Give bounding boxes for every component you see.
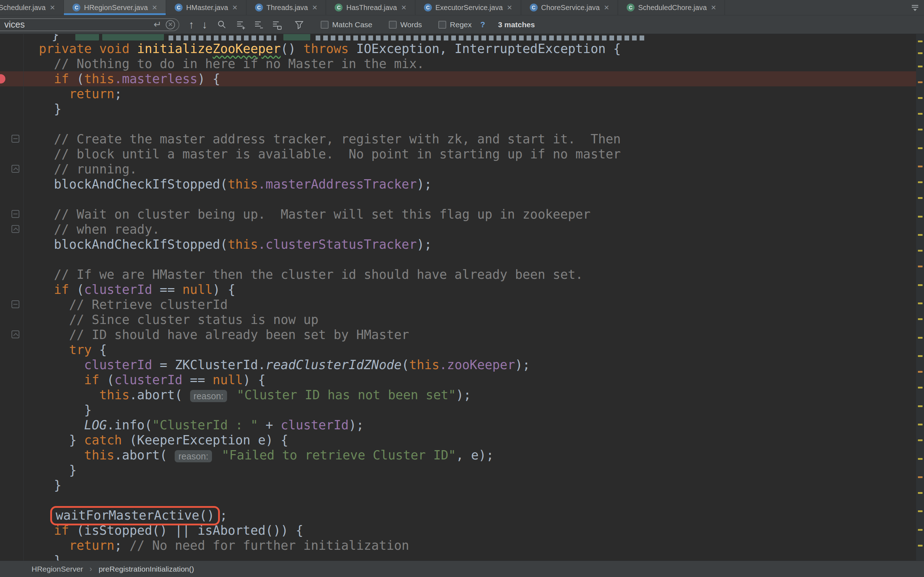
code-line: blockAndCheckIfStopped(this.clusterStatu… bbox=[24, 237, 916, 252]
error-stripe-mark[interactable] bbox=[918, 545, 922, 546]
error-stripe-mark[interactable] bbox=[918, 166, 922, 168]
code-token: } bbox=[24, 463, 77, 477]
fold-marker-end[interactable] bbox=[11, 330, 19, 338]
add-selection-occurrence-icon[interactable] bbox=[236, 20, 246, 30]
breadcrumb-class[interactable]: HRegionServer bbox=[32, 565, 83, 574]
tab-ChoreService.java[interactable]: CChoreService.java× bbox=[521, 0, 618, 15]
error-stripe-mark[interactable] bbox=[918, 476, 922, 478]
words-option[interactable]: Words bbox=[389, 21, 422, 29]
breadcrumb-method[interactable]: preRegistrationInitialization() bbox=[99, 565, 194, 574]
error-stripe-mark[interactable] bbox=[918, 129, 922, 131]
code-line: blockAndCheckIfStopped(this.masterAddres… bbox=[24, 177, 916, 192]
code-token: "Cluster ID has not been set" bbox=[237, 388, 456, 402]
code-token: clusterId bbox=[84, 282, 152, 297]
code-line: } catch (KeeperException e) { bbox=[24, 433, 916, 448]
error-stripe-mark[interactable] bbox=[918, 81, 922, 83]
code-token bbox=[24, 373, 84, 387]
error-stripe-mark[interactable] bbox=[918, 355, 922, 357]
close-tab-icon[interactable]: × bbox=[50, 3, 55, 12]
select-all-occurrences-icon[interactable] bbox=[272, 20, 282, 30]
code-token bbox=[24, 282, 54, 297]
regex-checkbox[interactable] bbox=[438, 21, 446, 29]
tab-cScheduler.java[interactable]: CcScheduler.java× bbox=[0, 0, 64, 15]
hidden-tabs-dropdown-icon[interactable] bbox=[910, 0, 920, 15]
error-stripe-mark[interactable] bbox=[918, 250, 922, 251]
fold-marker-end[interactable] bbox=[11, 165, 19, 173]
code-token bbox=[24, 418, 84, 432]
error-stripe-mark[interactable] bbox=[918, 97, 922, 99]
editor-gutter[interactable] bbox=[0, 34, 24, 561]
next-occurrence-icon[interactable]: ↓ bbox=[202, 19, 207, 30]
match-case-option[interactable]: Match Case bbox=[321, 21, 372, 29]
code-token: // ID should have already been set by HM… bbox=[69, 327, 409, 342]
code-token: "ClusterId : " bbox=[152, 418, 258, 432]
error-stripe-mark[interactable] bbox=[918, 510, 922, 512]
error-stripe-mark[interactable] bbox=[918, 266, 922, 268]
code-token: ; bbox=[115, 87, 122, 101]
error-stripe-mark[interactable] bbox=[918, 113, 922, 115]
error-stripe-mark[interactable] bbox=[918, 147, 922, 149]
tab-Threads.java[interactable]: CThreads.java× bbox=[246, 0, 326, 15]
fold-marker-start[interactable] bbox=[11, 135, 19, 143]
error-stripe-mark[interactable] bbox=[918, 181, 922, 183]
tab-HRegionServer.java[interactable]: CHRegionServer.java× bbox=[64, 0, 166, 15]
abstract-class-icon: C bbox=[627, 3, 635, 11]
error-stripe-mark[interactable] bbox=[918, 216, 922, 218]
find-all-icon[interactable] bbox=[216, 20, 227, 30]
close-tab-icon[interactable]: × bbox=[233, 3, 237, 12]
fold-marker-end[interactable] bbox=[11, 225, 19, 233]
error-stripe-mark[interactable] bbox=[918, 371, 922, 373]
code-token: this bbox=[228, 237, 258, 251]
tab-HasThread.java[interactable]: CHasThread.java× bbox=[326, 0, 415, 15]
match-case-checkbox[interactable] bbox=[321, 21, 329, 29]
previous-occurrence-icon[interactable]: ↑ bbox=[189, 19, 194, 30]
editor[interactable]: } private void initializeZooKeeper() thr… bbox=[0, 34, 924, 561]
code-token bbox=[24, 343, 69, 357]
breakpoint-icon[interactable] bbox=[0, 74, 5, 84]
tab-label: ChoreService.java bbox=[541, 3, 600, 12]
error-stripe-mark[interactable] bbox=[918, 303, 922, 304]
error-stripe-mark[interactable] bbox=[918, 387, 922, 388]
error-stripe-mark[interactable] bbox=[918, 492, 922, 494]
regex-option[interactable]: Regex bbox=[438, 21, 472, 29]
error-stripe-mark[interactable] bbox=[918, 424, 922, 425]
error-stripe-mark[interactable] bbox=[918, 458, 922, 460]
close-tab-icon[interactable]: × bbox=[312, 3, 317, 12]
filter-search-results-icon[interactable] bbox=[294, 20, 304, 30]
error-stripe-mark[interactable] bbox=[918, 405, 922, 407]
tab-ScheduledChore.java[interactable]: CScheduledChore.java× bbox=[618, 0, 725, 15]
fold-marker-start[interactable] bbox=[11, 210, 19, 218]
code-token: ; bbox=[220, 508, 228, 522]
fold-marker-start[interactable] bbox=[11, 300, 19, 308]
error-stripe-mark[interactable] bbox=[918, 52, 922, 54]
newline-icon[interactable]: ↵ bbox=[153, 19, 162, 30]
error-stripe-mark[interactable] bbox=[918, 66, 922, 68]
annotation-highlight-ring: waitForMasterActive() bbox=[50, 506, 220, 525]
code-line: } bbox=[24, 553, 916, 561]
error-stripe-mark[interactable] bbox=[918, 234, 922, 236]
code-area[interactable]: } private void initializeZooKeeper() thr… bbox=[24, 34, 916, 561]
close-tab-icon[interactable]: × bbox=[604, 3, 609, 12]
close-tab-icon[interactable]: × bbox=[507, 3, 512, 12]
error-stripe[interactable] bbox=[916, 34, 924, 561]
code-line: // Retrieve clusterId bbox=[24, 297, 916, 312]
error-stripe-mark[interactable] bbox=[918, 197, 922, 199]
tab-HMaster.java[interactable]: CHMaster.java× bbox=[166, 0, 246, 15]
close-tab-icon[interactable]: × bbox=[711, 3, 716, 12]
regex-help-icon[interactable]: ? bbox=[480, 20, 485, 29]
error-stripe-mark[interactable] bbox=[918, 318, 922, 320]
error-stripe-mark[interactable] bbox=[918, 439, 922, 441]
error-stripe-mark[interactable] bbox=[918, 40, 922, 42]
words-checkbox[interactable] bbox=[389, 21, 397, 29]
error-stripe-mark[interactable] bbox=[918, 529, 922, 531]
code-token: == bbox=[152, 282, 182, 297]
tab-ExecutorService.java[interactable]: CExecutorService.java× bbox=[415, 0, 521, 15]
search-input[interactable]: vices ↵ ✕ bbox=[0, 18, 179, 31]
error-stripe-mark[interactable] bbox=[918, 284, 922, 286]
close-tab-icon[interactable]: × bbox=[401, 3, 406, 12]
error-stripe-mark[interactable] bbox=[918, 337, 922, 338]
remove-selection-occurrence-icon[interactable] bbox=[254, 20, 264, 30]
close-tab-icon[interactable]: × bbox=[152, 3, 157, 12]
code-token: () bbox=[281, 42, 303, 56]
clear-search-icon[interactable]: ✕ bbox=[166, 20, 175, 29]
